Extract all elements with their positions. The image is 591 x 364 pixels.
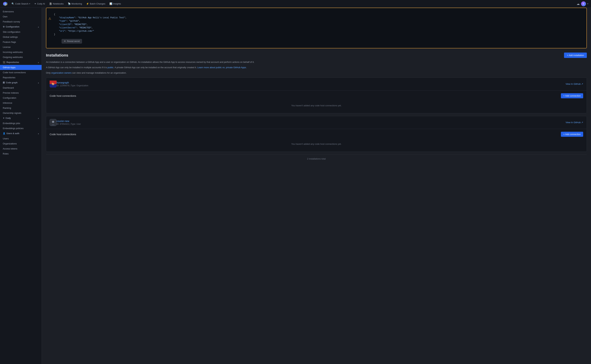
config-icon: ⚙ xyxy=(3,26,5,28)
desc-3: Only organization owners can view and ma… xyxy=(46,71,587,75)
logo[interactable]: S xyxy=(3,1,8,6)
horsegraph-info: horsegraph ID: 12345678 | Type: Organiza… xyxy=(57,81,565,87)
chevron-icon: ▴ xyxy=(38,26,39,28)
courier-name-link[interactable]: courier-new xyxy=(57,120,565,123)
sidebar-item-license[interactable]: License xyxy=(0,45,42,50)
horsegraph-empty-message: You haven't added any code host connecti… xyxy=(50,101,583,110)
cloud-icon[interactable]: ☁ xyxy=(577,2,580,6)
installations-total: 2 installations total xyxy=(46,155,587,163)
add-installation-button[interactable]: + Add installation xyxy=(564,52,587,58)
courier-info: courier-new ID: 87654321 | Type: User xyxy=(57,120,565,125)
sidebar-item-embeddings-policies[interactable]: Embeddings policies xyxy=(0,126,42,131)
nav-code-search[interactable]: 🔍 Code Search ▾ xyxy=(10,2,32,6)
svg-rect-4 xyxy=(50,81,57,82)
cody-section-icon: ✦ xyxy=(3,117,5,119)
horsegraph-add-connection-button[interactable]: + Add connection xyxy=(561,93,583,98)
horsegraph-meta: ID: 12345678 | Type: Organization xyxy=(57,84,565,87)
code-block-section: ⚠ { "displayName": "GitHub App Kelli's L… xyxy=(46,8,587,48)
sidebar-item-configuration-cg[interactable]: Configuration xyxy=(0,95,42,100)
eye-icon: 👁 xyxy=(64,40,66,42)
sidebar-item-dashboard[interactable]: Dashboard xyxy=(0,85,42,90)
sidebar-item-global-settings[interactable]: Global settings xyxy=(0,34,42,39)
courier-meta: ID: 87654321 | Type: User xyxy=(57,123,565,125)
svg-point-11 xyxy=(53,121,54,122)
install-card-horsegraph: 🐎 horsegraph ID: 12345678 | Type: Organi… xyxy=(46,78,587,113)
nav-insights[interactable]: 📊 Insights xyxy=(108,2,123,6)
batch-icon: ⚡ xyxy=(86,2,89,5)
courier-connections-title: Code host connections xyxy=(50,133,76,136)
desc-1: An installation is a connection between … xyxy=(46,60,587,64)
sidebar-item-code-host-connections[interactable]: Code host connections xyxy=(0,70,42,75)
reveal-secret-button[interactable]: 👁 Reveal secret xyxy=(62,39,82,44)
main-content: ⚠ { "displayName": "GitHub App Kelli's L… xyxy=(42,8,591,364)
installations-section: Installations + Add installation An inst… xyxy=(42,48,591,75)
users-icon: 👤 xyxy=(3,132,5,135)
org-owners-link[interactable]: organization owners xyxy=(51,72,71,74)
sidebar-item-inference[interactable]: Inference xyxy=(0,100,42,105)
sidebar-item-own[interactable]: Own xyxy=(0,14,42,19)
nav-notebooks[interactable]: 📓 Notebooks xyxy=(47,2,65,6)
user-avatar[interactable]: C xyxy=(581,1,586,6)
svg-point-10 xyxy=(52,121,53,122)
courier-connections-header: Code host connections + Add connection xyxy=(50,132,583,137)
horsegraph-view-github-link[interactable]: View In GitHub ↗ xyxy=(565,83,583,85)
sidebar-section-repositories[interactable]: ⬛ Repositories ▴ xyxy=(0,60,42,65)
repos-icon: ⬛ xyxy=(3,61,5,64)
code-graph-icon: 🕸 xyxy=(3,81,5,84)
sidebar-item-repositories[interactable]: Repositories xyxy=(0,75,42,80)
sidebar-section-configuration[interactable]: ⚙ Configuration ▴ xyxy=(0,24,42,29)
warning-triangle-icon: ⚠ xyxy=(48,17,51,20)
sidebar-section-code-graph[interactable]: 🕸 Code graph ▴ xyxy=(0,80,42,85)
sidebar-item-ranking[interactable]: Ranking xyxy=(0,105,42,110)
courier-view-github-link[interactable]: View In GitHub ↗ xyxy=(565,121,583,124)
topnav-right: ☁ C ▾ xyxy=(577,1,588,6)
content: ⚠ { "displayName": "GitHub App Kelli's L… xyxy=(42,8,591,170)
sidebar-section-users-auth[interactable]: 👤 Users & auth ▴ xyxy=(0,131,42,136)
install-card-header: 🐎 horsegraph ID: 12345678 | Type: Organi… xyxy=(46,78,587,91)
sidebar-item-outgoing-webhooks[interactable]: Outgoing webhooks xyxy=(0,55,42,60)
chevron-down-icon: ▾ xyxy=(29,3,30,5)
courier-add-connection-button[interactable]: + Add connection xyxy=(561,132,583,137)
chevron-icon: ▴ xyxy=(38,61,39,63)
sidebar-section-cody[interactable]: ✦ Cody ▴ xyxy=(0,116,42,121)
nav-monitoring[interactable]: 📡 Monitoring xyxy=(66,2,84,6)
sidebar-item-ownership-signals[interactable]: Ownership signals xyxy=(0,110,42,116)
sidebar-item-extensions[interactable]: Extensions xyxy=(0,9,42,14)
notebooks-icon: 📓 xyxy=(49,2,52,5)
sidebar-item-organizations[interactable]: Organizations xyxy=(0,141,42,146)
desc-2: A GitHub App can only be installed in mu… xyxy=(46,66,587,69)
sidebar-item-roles[interactable]: Roles xyxy=(0,151,42,156)
nav-cody-ai[interactable]: ✦ Cody AI xyxy=(32,2,47,6)
layout: Extensions Own Feedback survey ⚙ Configu… xyxy=(0,8,591,364)
sidebar-item-github-apps[interactable]: GitHub Apps xyxy=(0,65,42,70)
horsegraph-avatar: 🐎 xyxy=(50,81,57,88)
sidebar-item-users[interactable]: Users xyxy=(0,136,42,141)
search-icon: 🔍 xyxy=(12,2,14,5)
monitoring-icon: 📡 xyxy=(68,2,71,5)
svg-text:S: S xyxy=(5,3,6,5)
sidebar-item-feature-flags[interactable]: Feature flags xyxy=(0,39,42,45)
sidebar-item-site-configuration[interactable]: Site configuration xyxy=(0,29,42,34)
chevron-icon: ▴ xyxy=(38,117,39,119)
horsegraph-name-link[interactable]: horsegraph xyxy=(57,81,565,84)
learn-more-link[interactable]: Learn more about public vs. private GitH… xyxy=(197,66,247,69)
sidebar-item-embeddings-jobs[interactable]: Embeddings jobs xyxy=(0,121,42,126)
horsegraph-connections-title: Code host connections xyxy=(50,94,76,97)
nav-batch-changes[interactable]: ⚡ Batch Changes xyxy=(84,2,107,6)
sidebar-item-precise-indexes[interactable]: Precise indexes xyxy=(0,90,42,95)
topnav: S 🔍 Code Search ▾ ✦ Cody AI 📓 Notebooks … xyxy=(0,0,591,8)
installations-title: Installations xyxy=(46,53,68,58)
svg-text:🐎: 🐎 xyxy=(51,82,55,86)
sidebar-item-access-tokens[interactable]: Access tokens xyxy=(0,146,42,151)
sidebar: Extensions Own Feedback survey ⚙ Configu… xyxy=(0,8,42,364)
courier-empty-message: You haven't added any code host connecti… xyxy=(50,139,583,149)
horsegraph-code-host-connections: Code host connections + Add connection Y… xyxy=(46,91,587,113)
chevron-icon: ▴ xyxy=(38,82,39,84)
horsegraph-connections-header: Code host connections + Add connection xyxy=(50,93,583,98)
chevron-down-icon[interactable]: ▾ xyxy=(587,3,588,5)
installations-header: Installations + Add installation xyxy=(46,52,587,58)
public-link[interactable]: public xyxy=(108,66,113,69)
sidebar-item-feedback-survey[interactable]: Feedback survey xyxy=(0,19,42,24)
install-card-courier: courier-new ID: 87654321 | Type: User Vi… xyxy=(46,116,587,152)
sidebar-item-incoming-webhooks[interactable]: Incoming webhooks xyxy=(0,50,42,55)
